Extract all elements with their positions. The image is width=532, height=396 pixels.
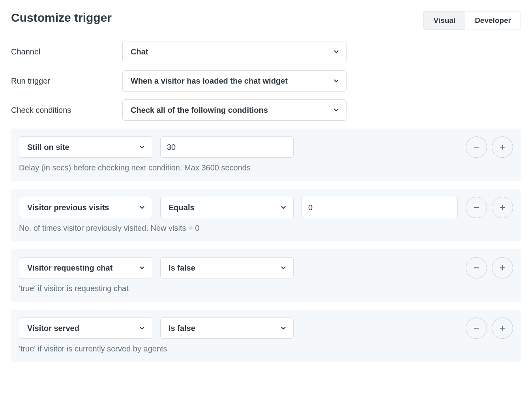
minus-icon (473, 325, 480, 332)
minus-icon (473, 204, 480, 211)
add-condition-button[interactable] (492, 136, 513, 158)
view-mode-toggle: Visual Developer (423, 11, 521, 30)
chevron-down-icon (280, 204, 287, 211)
condition-field-select[interactable]: Still on site (19, 136, 152, 158)
chevron-down-icon (333, 48, 340, 55)
condition-value-input[interactable] (160, 136, 294, 158)
condition-field-value: Still on site (27, 143, 69, 152)
chevron-down-icon (139, 144, 146, 151)
chevron-down-icon (280, 325, 287, 332)
condition-operator-select[interactable]: Is false (160, 257, 294, 278)
condition-operator-value: Equals (169, 203, 195, 212)
condition-help-text: Delay (in secs) before checking next con… (19, 163, 513, 172)
condition-field-select[interactable]: Visitor served (19, 318, 152, 339)
chevron-down-icon (139, 204, 146, 211)
chevron-down-icon (280, 264, 287, 271)
condition-card: Visitor previous visits Equals (11, 189, 521, 241)
minus-icon (473, 144, 480, 151)
condition-card: Still on site Delay (in secs) before che… (11, 129, 521, 181)
condition-field-value: Visitor served (27, 324, 79, 333)
check-conditions-label: Check conditions (11, 106, 122, 115)
condition-field-select[interactable]: Visitor previous visits (19, 197, 152, 218)
condition-field-value: Visitor requesting chat (27, 263, 112, 273)
add-condition-button[interactable] (492, 197, 513, 218)
plus-icon (499, 144, 506, 151)
plus-icon (499, 325, 506, 332)
check-conditions-select[interactable]: Check all of the following conditions (122, 99, 347, 121)
condition-operator-value: Is false (169, 324, 195, 333)
plus-icon (499, 204, 506, 211)
chevron-down-icon (139, 325, 146, 332)
chevron-down-icon (139, 264, 146, 271)
tab-visual[interactable]: Visual (424, 11, 465, 30)
run-trigger-select-value: When a visitor has loaded the chat widge… (131, 77, 288, 86)
remove-condition-button[interactable] (466, 257, 487, 278)
channel-select[interactable]: Chat (122, 41, 347, 62)
remove-condition-button[interactable] (466, 197, 487, 218)
condition-field-select[interactable]: Visitor requesting chat (19, 257, 152, 278)
run-trigger-label: Run trigger (11, 77, 122, 86)
check-conditions-select-value: Check all of the following conditions (131, 106, 268, 115)
page-title: Customize trigger (11, 11, 112, 24)
condition-operator-select[interactable]: Is false (160, 318, 294, 339)
chevron-down-icon (333, 77, 340, 84)
condition-value-input[interactable] (302, 197, 458, 218)
condition-operator-value: Is false (169, 263, 195, 273)
condition-help-text: 'true' if visitor is requesting chat (19, 284, 513, 293)
plus-icon (499, 264, 506, 271)
condition-field-value: Visitor previous visits (27, 203, 109, 212)
tab-developer[interactable]: Developer (465, 11, 521, 30)
condition-operator-select[interactable]: Equals (160, 197, 294, 218)
run-trigger-select[interactable]: When a visitor has loaded the chat widge… (122, 70, 347, 92)
condition-help-text: 'true' if visitor is currently served by… (19, 344, 513, 353)
minus-icon (473, 264, 480, 271)
condition-card: Visitor requesting chat Is false (11, 249, 521, 302)
remove-condition-button[interactable] (466, 136, 487, 158)
channel-label: Channel (11, 47, 122, 56)
remove-condition-button[interactable] (466, 318, 487, 339)
condition-card: Visitor served Is false 'true' i (11, 310, 521, 362)
channel-select-value: Chat (131, 47, 148, 56)
add-condition-button[interactable] (492, 318, 513, 339)
chevron-down-icon (333, 106, 340, 114)
condition-help-text: No. of times visitor previously visited.… (19, 224, 513, 233)
add-condition-button[interactable] (492, 257, 513, 278)
